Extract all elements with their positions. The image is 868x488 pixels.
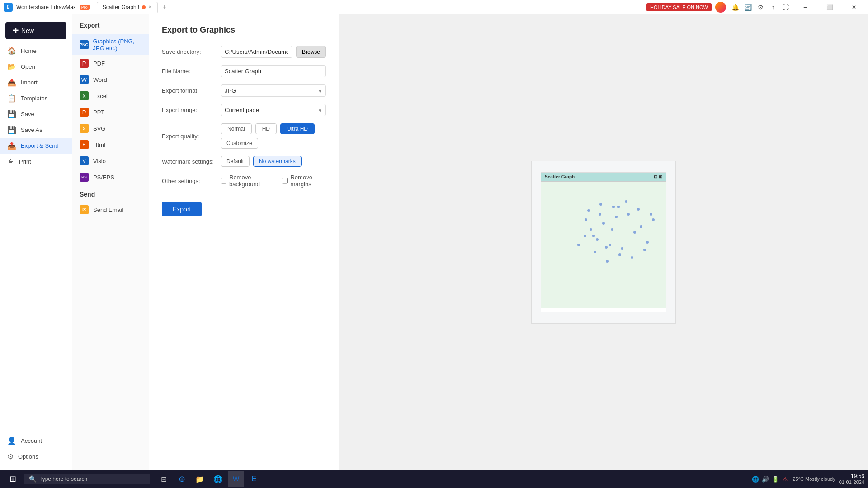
quality-ultra-hd-btn[interactable]: Ultra HD <box>280 123 315 134</box>
close-btn[interactable]: ✕ <box>844 0 864 14</box>
export-item-word[interactable]: W Word <box>72 71 149 88</box>
titlebar-right: HOLIDAY SALE ON NOW 🔔 🔄 ⚙ ↑ ⛶ – ⬜ ✕ <box>646 0 864 14</box>
taskbar-app-chrome[interactable]: 🌐 <box>210 471 226 487</box>
start-btn[interactable]: ⊞ <box>4 470 22 488</box>
file-name-input[interactable] <box>221 65 326 77</box>
scatter-dot <box>587 209 590 212</box>
other-settings-control: Remove background Remove margins <box>221 174 326 188</box>
remove-background-label: Remove background <box>229 174 273 188</box>
update-icon[interactable]: 🔄 <box>742 2 753 13</box>
new-btn[interactable]: ✚ New <box>5 22 66 39</box>
scatter-dot <box>615 216 618 218</box>
titlebar-icons: 🔔 🔄 ⚙ ↑ ⛶ <box>730 2 791 13</box>
export-range-label: Export range: <box>162 107 221 113</box>
sidebar-item-save[interactable]: 💾 Save <box>0 106 72 122</box>
system-tray: 🌐 🔊 🔋 ⚠ <box>752 475 789 483</box>
html-icon: H <box>80 140 89 149</box>
avatar[interactable] <box>715 2 726 13</box>
export-item-excel[interactable]: X Excel <box>72 88 149 104</box>
export-form: Export to Graphics Save directory: Brows… <box>149 14 339 470</box>
taskbar-app-files[interactable]: 📁 <box>192 471 208 487</box>
tab-modified-dot <box>142 5 146 9</box>
export-icon: 📤 <box>7 141 16 150</box>
scatter-controls: ⊟ ⊞ <box>654 174 662 179</box>
sidebar-label-export-send: Export & Send <box>21 142 59 149</box>
browse-btn[interactable]: Browse <box>296 46 326 58</box>
remove-background-item[interactable]: Remove background <box>221 174 273 188</box>
watermark-default-btn[interactable]: Default <box>221 156 250 167</box>
sidebar-item-home[interactable]: 🏠 Home <box>0 43 72 59</box>
scatter-header: Scatter Graph ⊟ ⊞ <box>541 173 666 182</box>
new-icon: ✚ <box>13 26 19 35</box>
remove-margins-checkbox[interactable] <box>282 178 288 184</box>
export-format-control: JPG PNG GIF BMP <box>221 84 326 97</box>
watermark-no-btn[interactable]: No watermarks <box>253 156 302 167</box>
new-label: New <box>21 27 34 34</box>
remove-background-checkbox[interactable] <box>221 178 226 184</box>
tab-close-btn[interactable]: ✕ <box>148 5 152 9</box>
scatter-dot <box>590 228 592 231</box>
home-icon: 🏠 <box>7 47 16 55</box>
scatter-dot <box>594 251 596 253</box>
maximize-btn[interactable]: ⬜ <box>819 0 840 14</box>
save-directory-input[interactable] <box>221 46 292 58</box>
quality-normal-btn[interactable]: Normal <box>221 123 252 134</box>
export-range-select[interactable]: Current page All pages <box>221 104 326 116</box>
minimize-btn[interactable]: – <box>795 0 816 14</box>
export-label-pdf: PDF <box>93 60 105 67</box>
taskbar-app-edge[interactable]: ⊕ <box>174 471 190 487</box>
sidebar-item-import[interactable]: 📥 Import <box>0 75 72 90</box>
remove-margins-label: Remove margins <box>290 174 326 188</box>
active-tab[interactable]: Scatter Graph3 ✕ <box>97 2 158 13</box>
export-item-graphics[interactable]: PNG Graphics (PNG, JPG etc.) <box>72 34 149 55</box>
sidebar-item-account[interactable]: 👤 Account <box>0 433 72 449</box>
save-directory-label: Save directory: <box>162 48 221 55</box>
taskbar-app-word[interactable]: W <box>228 471 244 487</box>
taskbar-search[interactable]: 🔍 <box>24 474 150 484</box>
export-btn[interactable]: Export <box>162 202 202 216</box>
sidebar-item-open[interactable]: 📂 Open <box>0 59 72 75</box>
svg-icon: S <box>80 124 89 133</box>
fullscreen-icon[interactable]: ⛶ <box>780 2 791 13</box>
export-format-select[interactable]: JPG PNG GIF BMP <box>221 84 326 97</box>
taskbar-app-edraw[interactable]: E <box>246 471 262 487</box>
file-name-control <box>221 65 326 77</box>
save-icon: 💾 <box>7 110 16 118</box>
export-item-ppt[interactable]: P PPT <box>72 104 149 120</box>
export-item-email[interactable]: ✉ Send Email <box>72 202 149 218</box>
export-item-visio[interactable]: V Visio <box>72 153 149 169</box>
export-item-pdf[interactable]: P PDF <box>72 55 149 71</box>
sidebar-label-print: Print <box>19 158 31 165</box>
excel-icon: X <box>80 91 89 100</box>
taskbar-search-input[interactable] <box>39 476 130 482</box>
bell-icon[interactable]: 🔔 <box>730 2 741 13</box>
quality-buttons: Normal HD Ultra HD <box>221 123 326 134</box>
sidebar-item-templates[interactable]: 📋 Templates <box>0 90 72 106</box>
quality-hd-btn[interactable]: HD <box>255 123 277 134</box>
scatter-dot <box>605 246 608 249</box>
export-item-html[interactable]: H Html <box>72 136 149 153</box>
tab-bar: Scatter Graph3 ✕ + <box>97 2 170 13</box>
sidebar-item-save-as[interactable]: 💾 Save As <box>0 122 72 138</box>
remove-margins-item[interactable]: Remove margins <box>282 174 326 188</box>
export-item-pseps[interactable]: PS PS/EPS <box>72 169 149 185</box>
settings-icon[interactable]: ⚙ <box>755 2 766 13</box>
export-panel: Export PNG Graphics (PNG, JPG etc.) P PD… <box>72 14 149 470</box>
scatter-dot <box>617 206 620 208</box>
ppt-icon: P <box>80 108 89 117</box>
sidebar-item-export-send[interactable]: 📤 Export & Send <box>0 138 72 154</box>
save-as-icon: 💾 <box>7 126 16 134</box>
email-icon: ✉ <box>80 205 89 214</box>
scatter-dot <box>621 247 623 250</box>
share-icon[interactable]: ↑ <box>768 2 778 13</box>
customize-btn[interactable]: Customize <box>221 138 258 149</box>
import-icon: 📥 <box>7 78 16 87</box>
scatter-dot <box>585 218 587 221</box>
export-item-svg[interactable]: S SVG <box>72 120 149 136</box>
sidebar-item-options[interactable]: ⚙ Options <box>0 449 72 465</box>
taskbar-app-taskview[interactable]: ⊟ <box>156 471 172 487</box>
sidebar-item-print[interactable]: 🖨 Print <box>0 154 72 169</box>
holiday-sale-btn[interactable]: HOLIDAY SALE ON NOW <box>646 3 712 11</box>
clock-time: 19:56 <box>839 473 864 479</box>
add-tab-btn[interactable]: + <box>160 2 169 12</box>
